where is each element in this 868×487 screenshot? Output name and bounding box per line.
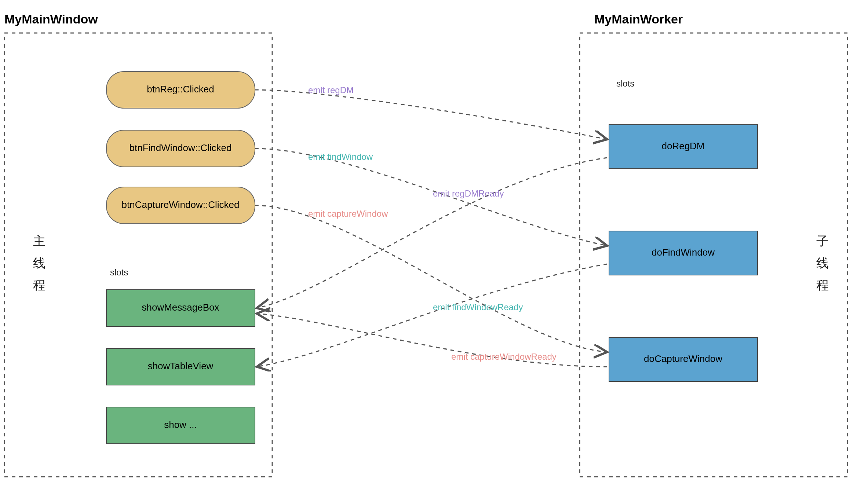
slot-findwin-label: doFindWindow xyxy=(652,247,715,258)
left-slots-label: slots xyxy=(110,267,128,277)
right-title: MyMainWorker xyxy=(594,12,683,26)
btn-find-label: btnFindWindow::Clicked xyxy=(130,142,232,153)
slot-more-label: show ... xyxy=(164,419,197,430)
slot-msgbox-label: showMessageBox xyxy=(142,302,219,313)
right-cn-1: 子 xyxy=(816,234,829,248)
emit-findwindow-label: emit findWindow xyxy=(308,152,373,162)
emit-capturewindowready-label: emit captureWindowReady xyxy=(451,352,557,362)
emit-capturewindow-label: emit captureWindow xyxy=(308,209,388,219)
slot-table-label: showTableView xyxy=(148,360,214,371)
right-cn-3: 程 xyxy=(816,278,829,292)
arrow-capturewindow xyxy=(255,205,607,352)
slot-capturewin-label: doCaptureWindow xyxy=(644,353,722,364)
emit-findwindowready-label: emit findWindowReady xyxy=(433,302,523,312)
arrow-findwindowready xyxy=(257,264,607,367)
right-cn-2: 线 xyxy=(816,256,829,270)
left-cn-2: 线 xyxy=(33,256,45,270)
left-cn-1: 主 xyxy=(33,234,45,248)
slot-regdm-label: doRegDM xyxy=(661,140,704,151)
left-cn-3: 程 xyxy=(33,278,45,292)
arrow-regdm xyxy=(255,90,607,139)
arrow-findwindow xyxy=(255,149,607,246)
btn-capture-label: btnCaptureWindow::Clicked xyxy=(122,199,240,210)
btn-reg-label: btnReg::Clicked xyxy=(147,84,214,95)
emit-regdm-label: emit regDM xyxy=(308,85,354,95)
left-title: MyMainWindow xyxy=(4,12,98,26)
right-slots-label: slots xyxy=(616,78,634,88)
emit-regdmready-label: emit regDMReady xyxy=(433,188,504,198)
arrow-regdmready xyxy=(257,158,607,308)
